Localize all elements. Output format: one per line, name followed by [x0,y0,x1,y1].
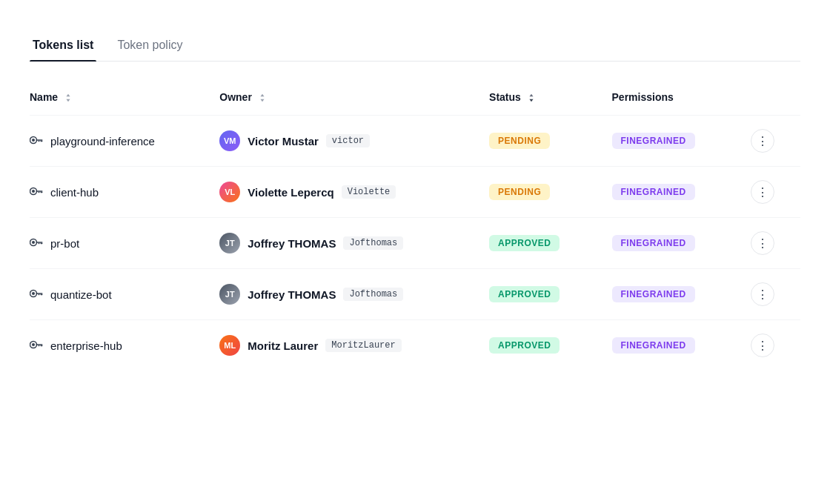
col-actions [739,85,800,116]
token-name-4: quantize-bot [50,288,112,301]
token-name-5: enterprise-hub [50,339,122,352]
name-cell-5: enterprise-hub [30,320,208,371]
token-name-1: playground-inference [50,135,155,147]
owner-handle-2: Violette [342,185,396,199]
name-cell-1: playground-inference [30,116,208,167]
owner-avatar-3: JT [219,233,240,253]
owner-cell-2: VL Violette Lepercq Violette [208,167,477,218]
col-status: Status [477,85,600,116]
owner-name-2: Violette Lepercq [248,186,333,199]
table-header-row: Name Owner [30,85,800,116]
svg-rect-3 [41,141,43,142]
permission-badge-5: FINEGRAINED [612,337,695,354]
actions-cell-1: ⋮ [739,116,800,167]
sort-owner-icon[interactable] [258,93,267,102]
owner-name-3: Joffrey THOMAS [248,237,336,250]
more-button-2[interactable]: ⋮ [751,180,774,204]
main-container: Tokens list Token policy Name Owner [0,0,830,371]
permissions-cell-2: FINEGRAINED [600,167,739,218]
col-owner: Owner [208,85,477,116]
owner-avatar-4: JT [219,284,240,305]
owner-handle-4: Jofthomas [343,288,403,301]
key-icon-1 [30,134,43,147]
tokens-table: Name Owner [30,85,800,371]
permissions-cell-4: FINEGRAINED [600,269,739,320]
svg-rect-17 [36,293,43,294]
owner-handle-3: Jofthomas [343,236,403,250]
svg-rect-23 [41,345,43,347]
svg-rect-18 [41,294,43,296]
table-row: playground-inference VM Victor Mustar vi… [30,116,800,167]
permissions-cell-5: FINEGRAINED [600,320,739,371]
svg-point-16 [32,292,35,295]
svg-rect-7 [36,190,43,192]
owner-avatar-2: VL [219,182,240,202]
name-cell-2: client-hub [30,167,208,218]
tabs-bar: Tokens list Token policy [30,30,800,62]
status-badge-3: APPROVED [489,235,560,251]
table-row: quantize-bot JT Joffrey THOMAS Jofthomas… [30,269,800,320]
more-button-3[interactable]: ⋮ [751,231,774,255]
svg-rect-2 [36,139,43,141]
status-cell-5: APPROVED [477,320,600,371]
token-name-3: pr-bot [50,237,79,250]
permissions-cell-3: FINEGRAINED [600,218,739,269]
key-icon-2 [30,185,43,199]
owner-name-5: Moritz Laurer [248,339,318,352]
more-button-5[interactable]: ⋮ [751,334,774,357]
tab-token-policy[interactable]: Token policy [114,30,185,61]
permission-badge-1: FINEGRAINED [612,133,695,149]
owner-cell-5: ML Moritz Laurer MoritzLaurer [208,320,477,371]
svg-rect-13 [41,243,43,245]
svg-point-11 [32,241,35,244]
svg-rect-12 [36,242,43,243]
status-cell-3: APPROVED [477,218,600,269]
svg-point-6 [32,190,35,193]
status-badge-4: APPROVED [489,286,560,302]
key-icon-4 [30,288,43,301]
tab-tokens-list[interactable]: Tokens list [30,30,96,61]
status-cell-1: PENDING [477,116,600,167]
permissions-cell-1: FINEGRAINED [600,116,739,167]
svg-rect-19 [39,294,40,296]
status-cell-2: PENDING [477,167,600,218]
sort-status-icon[interactable] [527,93,536,102]
table-row: client-hub VL Violette Lepercq Violette … [30,167,800,218]
owner-cell-4: JT Joffrey THOMAS Jofthomas [208,269,477,320]
svg-rect-22 [36,344,43,345]
more-button-4[interactable]: ⋮ [751,282,774,306]
svg-rect-8 [41,192,43,193]
more-button-1[interactable]: ⋮ [751,129,774,153]
sort-name-icon[interactable] [64,93,73,102]
table-row: enterprise-hub ML Moritz Laurer MoritzLa… [30,320,800,371]
table-row: pr-bot JT Joffrey THOMAS Jofthomas APPRO… [30,218,800,269]
key-icon-5 [30,339,43,352]
col-permissions: Permissions [600,85,739,116]
owner-avatar-5: ML [219,335,240,356]
svg-point-1 [32,139,35,142]
owner-cell-3: JT Joffrey THOMAS Jofthomas [208,218,477,269]
owner-handle-1: victor [326,134,370,147]
name-cell-3: pr-bot [30,218,208,269]
owner-name-4: Joffrey THOMAS [248,288,336,301]
permission-badge-3: FINEGRAINED [612,235,695,251]
owner-cell-1: VM Victor Mustar victor [208,116,477,167]
status-badge-1: PENDING [489,133,550,149]
status-badge-2: PENDING [489,184,550,200]
owner-name-1: Victor Mustar [248,135,319,147]
actions-cell-4: ⋮ [739,269,800,320]
svg-rect-24 [39,345,40,347]
col-name: Name [30,85,208,116]
actions-cell-5: ⋮ [739,320,800,371]
owner-avatar-1: VM [219,130,240,151]
status-badge-5: APPROVED [489,337,560,354]
status-cell-4: APPROVED [477,269,600,320]
svg-rect-4 [39,141,40,142]
permission-badge-2: FINEGRAINED [612,184,695,200]
svg-rect-14 [39,243,40,245]
key-icon-3 [30,236,43,250]
name-cell-4: quantize-bot [30,269,208,320]
owner-handle-5: MoritzLaurer [325,339,401,352]
permission-badge-4: FINEGRAINED [612,286,695,302]
svg-point-21 [32,343,35,346]
